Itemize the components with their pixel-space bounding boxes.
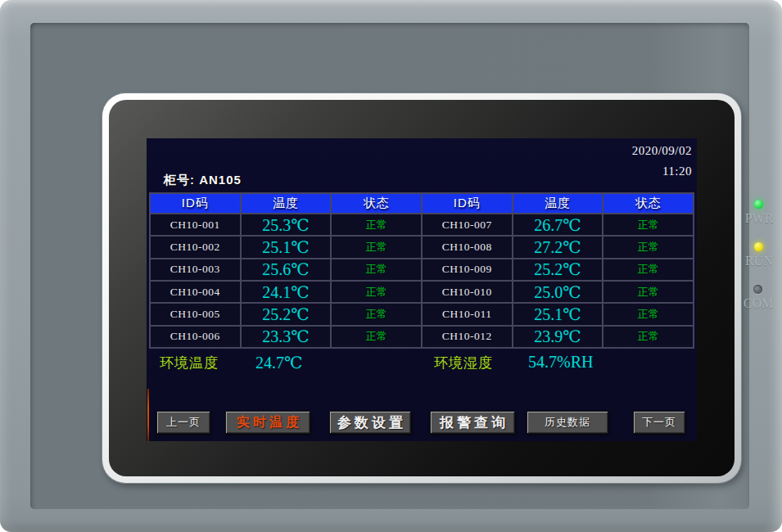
status-cell: 正常 <box>603 281 694 303</box>
status-cell: 正常 <box>331 281 422 303</box>
run-led <box>754 242 763 251</box>
status-cell: 正常 <box>603 259 694 281</box>
temp-cell: 23.3℃ <box>241 326 332 348</box>
id-cell: CH10-009 <box>422 259 513 281</box>
hmi-device-frame: 2020/09/02 11:20 柜号: AN105 ID码 温度 状态 <box>0 0 782 532</box>
status-cell: 正常 <box>603 326 694 348</box>
temp-cell: 25.3℃ <box>241 214 332 236</box>
status-cell: 正常 <box>331 326 422 348</box>
header-cell: ID码 <box>150 193 241 214</box>
realtime-temp-button[interactable]: 实时温度 <box>225 411 310 434</box>
cabinet-id-label: 柜号: AN105 <box>164 173 242 188</box>
screen-glass: 2020/09/02 11:20 柜号: AN105 ID码 温度 状态 <box>109 100 735 476</box>
id-cell: CH10-006 <box>150 326 241 348</box>
header-cell: 状态 <box>603 193 694 214</box>
ambient-readings: 环境温度 24.7℃ 环境湿度 54.7%RH <box>147 354 697 373</box>
table-row: CH10-006 23.3℃ 正常 CH10-012 23.9℃ 正常 <box>150 326 694 348</box>
nav-button-bar: 上一页 实时温度 参数设置 报警查询 历史数据 下一页 <box>147 411 697 434</box>
header-cell: ID码 <box>422 193 513 214</box>
alarm-query-button[interactable]: 报警查询 <box>430 411 515 434</box>
id-cell: CH10-001 <box>150 214 241 236</box>
history-data-button[interactable]: 历史数据 <box>527 411 608 434</box>
com-led-label: COM <box>734 296 782 311</box>
id-cell: CH10-004 <box>150 281 241 303</box>
pwr-led <box>754 200 763 209</box>
com-led <box>753 285 762 294</box>
readings-table: ID码 温度 状态 ID码 温度 状态 CH10-001 <box>149 192 694 349</box>
status-cell: 正常 <box>603 236 694 258</box>
temp-cell: 24.1℃ <box>241 281 332 303</box>
temp-cell: 25.6℃ <box>241 259 332 281</box>
table-row: CH10-002 25.1℃ 正常 CH10-008 27.2℃ 正常 <box>150 236 694 258</box>
temp-cell: 25.2℃ <box>241 303 332 325</box>
prev-page-button[interactable]: 上一页 <box>156 411 210 434</box>
header-cell: 状态 <box>331 193 422 214</box>
temp-cell: 26.7℃ <box>513 214 603 236</box>
header-cell: 温度 <box>513 193 603 214</box>
datetime: 2020/09/02 11:20 <box>632 141 692 182</box>
temp-cell: 27.2℃ <box>513 236 603 258</box>
date-text: 2020/09/02 <box>632 141 692 161</box>
temp-cell: 25.1℃ <box>241 236 332 258</box>
temp-cell: 25.1℃ <box>513 303 603 325</box>
ambient-humidity-label: 环境湿度 <box>434 354 493 372</box>
temp-cell: 25.0℃ <box>513 281 603 303</box>
time-text: 11:20 <box>632 161 692 182</box>
table-header-row: ID码 温度 状态 ID码 温度 状态 <box>150 193 694 214</box>
ambient-temp-value: 24.7℃ <box>255 353 302 372</box>
status-cell: 正常 <box>603 214 694 236</box>
table-row: CH10-003 25.6℃ 正常 CH10-009 25.2℃ 正常 <box>150 259 694 281</box>
status-cell: 正常 <box>331 259 422 281</box>
status-cell: 正常 <box>603 303 694 325</box>
table-row: CH10-004 24.1℃ 正常 CH10-010 25.0℃ 正常 <box>150 281 694 303</box>
id-cell: CH10-008 <box>422 236 513 258</box>
pwr-led-label: PWR <box>735 211 782 226</box>
id-cell: CH10-007 <box>422 214 513 236</box>
display: 2020/09/02 11:20 柜号: AN105 ID码 温度 状态 <box>147 138 697 441</box>
temp-cell: 25.2℃ <box>513 259 603 281</box>
status-cell: 正常 <box>331 214 422 236</box>
param-settings-button[interactable]: 参数设置 <box>329 411 411 434</box>
id-cell: CH10-002 <box>150 236 241 258</box>
id-cell: CH10-010 <box>422 281 513 303</box>
id-cell: CH10-005 <box>150 303 241 325</box>
status-cell: 正常 <box>331 303 422 325</box>
id-cell: CH10-011 <box>422 303 513 325</box>
ambient-temp-label: 环境温度 <box>160 354 219 372</box>
status-cell: 正常 <box>331 236 422 258</box>
front-panel: 2020/09/02 11:20 柜号: AN105 ID码 温度 状态 <box>30 23 749 509</box>
id-cell: CH10-003 <box>150 259 241 281</box>
id-cell: CH10-012 <box>422 326 513 348</box>
table-row: CH10-001 25.3℃ 正常 CH10-007 26.7℃ 正常 <box>150 214 694 236</box>
header-cell: 温度 <box>241 193 332 214</box>
next-page-button[interactable]: 下一页 <box>633 411 685 434</box>
table-row: CH10-005 25.2℃ 正常 CH10-011 25.1℃ 正常 <box>150 303 694 325</box>
temp-cell: 23.9℃ <box>513 326 603 348</box>
ambient-humidity-value: 54.7%RH <box>528 353 593 372</box>
run-led-label: RUN <box>735 254 782 268</box>
screen-frame: 2020/09/02 11:20 柜号: AN105 ID码 温度 状态 <box>102 93 741 483</box>
readings-table-wrap: ID码 温度 状态 ID码 温度 状态 CH10-001 <box>149 192 694 349</box>
